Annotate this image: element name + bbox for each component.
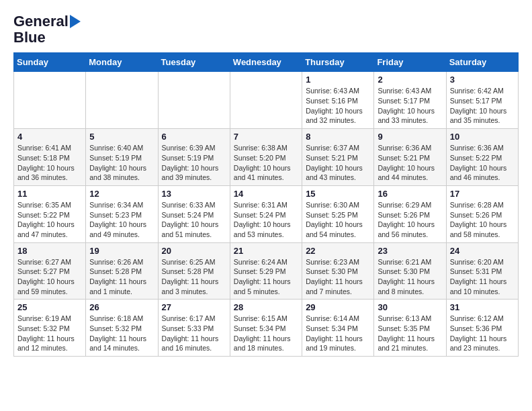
calendar-week-row: 25Sunrise: 6:19 AMSunset: 5:32 PMDayligh… <box>14 300 519 357</box>
day-number: 7 <box>234 132 298 142</box>
day-detail: Sunrise: 6:43 AMSunset: 5:16 PMDaylight:… <box>306 86 370 126</box>
day-header-thursday: Thursday <box>302 53 374 72</box>
day-number: 17 <box>450 189 515 199</box>
day-number: 28 <box>234 302 298 312</box>
day-detail: Sunrise: 6:36 AMSunset: 5:22 PMDaylight:… <box>450 143 515 183</box>
calendar-cell: 1Sunrise: 6:43 AMSunset: 5:16 PMDaylight… <box>302 72 374 129</box>
day-detail: Sunrise: 6:19 AMSunset: 5:32 PMDaylight:… <box>17 314 82 353</box>
calendar-cell: 9Sunrise: 6:36 AMSunset: 5:21 PMDaylight… <box>374 129 446 186</box>
logo-arrow-icon <box>70 15 81 28</box>
day-number: 11 <box>17 189 82 199</box>
calendar-cell: 24Sunrise: 6:20 AMSunset: 5:31 PMDayligh… <box>446 242 518 300</box>
calendar-cell: 17Sunrise: 6:28 AMSunset: 5:26 PMDayligh… <box>446 185 518 242</box>
logo-blue: Blue <box>13 30 46 46</box>
header: General Blue <box>13 13 519 46</box>
calendar-cell: 15Sunrise: 6:30 AMSunset: 5:25 PMDayligh… <box>302 185 374 242</box>
day-number: 27 <box>162 302 226 312</box>
day-number: 14 <box>234 189 298 199</box>
calendar-cell: 6Sunrise: 6:39 AMSunset: 5:19 PMDaylight… <box>158 129 230 186</box>
calendar-cell: 5Sunrise: 6:40 AMSunset: 5:19 PMDaylight… <box>86 129 158 186</box>
day-number: 3 <box>450 75 515 85</box>
calendar-week-row: 11Sunrise: 6:35 AMSunset: 5:22 PMDayligh… <box>14 185 519 242</box>
day-number: 6 <box>162 132 226 142</box>
day-number: 24 <box>450 246 515 256</box>
calendar-cell: 25Sunrise: 6:19 AMSunset: 5:32 PMDayligh… <box>14 300 86 357</box>
day-detail: Sunrise: 6:20 AMSunset: 5:31 PMDaylight:… <box>450 257 515 297</box>
day-detail: Sunrise: 6:43 AMSunset: 5:17 PMDaylight:… <box>378 86 442 126</box>
day-number: 25 <box>17 302 82 312</box>
day-number: 20 <box>162 246 226 256</box>
day-number: 21 <box>234 246 298 256</box>
day-detail: Sunrise: 6:38 AMSunset: 5:20 PMDaylight:… <box>234 143 298 183</box>
day-detail: Sunrise: 6:42 AMSunset: 5:17 PMDaylight:… <box>450 86 515 126</box>
day-header-sunday: Sunday <box>14 53 86 72</box>
day-detail: Sunrise: 6:17 AMSunset: 5:33 PMDaylight:… <box>162 314 226 353</box>
day-detail: Sunrise: 6:28 AMSunset: 5:26 PMDaylight:… <box>450 200 515 240</box>
calendar-cell: 2Sunrise: 6:43 AMSunset: 5:17 PMDaylight… <box>374 72 446 129</box>
calendar-cell: 30Sunrise: 6:13 AMSunset: 5:35 PMDayligh… <box>374 300 446 357</box>
day-detail: Sunrise: 6:13 AMSunset: 5:35 PMDaylight:… <box>378 314 442 353</box>
calendar-cell: 29Sunrise: 6:14 AMSunset: 5:34 PMDayligh… <box>302 300 374 357</box>
day-detail: Sunrise: 6:35 AMSunset: 5:22 PMDaylight:… <box>17 200 82 240</box>
day-number: 13 <box>162 189 226 199</box>
calendar-cell: 14Sunrise: 6:31 AMSunset: 5:24 PMDayligh… <box>230 185 302 242</box>
day-number: 26 <box>89 302 154 312</box>
day-number: 16 <box>378 189 442 199</box>
day-detail: Sunrise: 6:39 AMSunset: 5:19 PMDaylight:… <box>162 143 226 183</box>
day-number: 31 <box>450 302 515 312</box>
logo-general: General <box>13 13 69 30</box>
day-detail: Sunrise: 6:12 AMSunset: 5:36 PMDaylight:… <box>450 314 515 353</box>
calendar-table: SundayMondayTuesdayWednesdayThursdayFrid… <box>13 52 519 357</box>
calendar-cell: 3Sunrise: 6:42 AMSunset: 5:17 PMDaylight… <box>446 72 518 129</box>
logo: General Blue <box>13 13 81 46</box>
day-detail: Sunrise: 6:40 AMSunset: 5:19 PMDaylight:… <box>89 143 154 183</box>
calendar-cell: 20Sunrise: 6:25 AMSunset: 5:28 PMDayligh… <box>158 242 230 300</box>
day-detail: Sunrise: 6:25 AMSunset: 5:28 PMDaylight:… <box>162 257 226 297</box>
calendar-cell: 13Sunrise: 6:33 AMSunset: 5:24 PMDayligh… <box>158 185 230 242</box>
calendar-cell: 26Sunrise: 6:18 AMSunset: 5:32 PMDayligh… <box>86 300 158 357</box>
calendar-cell <box>86 72 158 129</box>
day-number: 12 <box>89 189 154 199</box>
day-number: 22 <box>306 246 370 256</box>
day-detail: Sunrise: 6:14 AMSunset: 5:34 PMDaylight:… <box>306 314 370 353</box>
day-number: 5 <box>89 132 154 142</box>
day-header-saturday: Saturday <box>446 53 518 72</box>
calendar-cell: 18Sunrise: 6:27 AMSunset: 5:27 PMDayligh… <box>14 242 86 300</box>
calendar-header-row: SundayMondayTuesdayWednesdayThursdayFrid… <box>14 53 519 72</box>
calendar-cell: 10Sunrise: 6:36 AMSunset: 5:22 PMDayligh… <box>446 129 518 186</box>
calendar-cell: 12Sunrise: 6:34 AMSunset: 5:23 PMDayligh… <box>86 185 158 242</box>
day-detail: Sunrise: 6:30 AMSunset: 5:25 PMDaylight:… <box>306 200 370 240</box>
day-detail: Sunrise: 6:33 AMSunset: 5:24 PMDaylight:… <box>162 200 226 240</box>
calendar-week-row: 18Sunrise: 6:27 AMSunset: 5:27 PMDayligh… <box>14 242 519 300</box>
day-number: 4 <box>17 132 82 142</box>
day-detail: Sunrise: 6:18 AMSunset: 5:32 PMDaylight:… <box>89 314 154 353</box>
day-number: 18 <box>17 246 82 256</box>
day-detail: Sunrise: 6:34 AMSunset: 5:23 PMDaylight:… <box>89 200 154 240</box>
calendar-cell: 7Sunrise: 6:38 AMSunset: 5:20 PMDaylight… <box>230 129 302 186</box>
day-detail: Sunrise: 6:37 AMSunset: 5:21 PMDaylight:… <box>306 143 370 183</box>
day-number: 9 <box>378 132 442 142</box>
day-header-friday: Friday <box>374 53 446 72</box>
calendar-cell <box>230 72 302 129</box>
day-number: 19 <box>89 246 154 256</box>
calendar-cell: 31Sunrise: 6:12 AMSunset: 5:36 PMDayligh… <box>446 300 518 357</box>
calendar-week-row: 1Sunrise: 6:43 AMSunset: 5:16 PMDaylight… <box>14 72 519 129</box>
calendar-cell <box>14 72 86 129</box>
day-number: 10 <box>450 132 515 142</box>
calendar-cell: 28Sunrise: 6:15 AMSunset: 5:34 PMDayligh… <box>230 300 302 357</box>
day-number: 8 <box>306 132 370 142</box>
calendar-week-row: 4Sunrise: 6:41 AMSunset: 5:18 PMDaylight… <box>14 129 519 186</box>
day-header-tuesday: Tuesday <box>158 53 230 72</box>
calendar-cell: 16Sunrise: 6:29 AMSunset: 5:26 PMDayligh… <box>374 185 446 242</box>
calendar-cell <box>158 72 230 129</box>
day-number: 30 <box>378 302 442 312</box>
day-detail: Sunrise: 6:21 AMSunset: 5:30 PMDaylight:… <box>378 257 442 297</box>
calendar-cell: 21Sunrise: 6:24 AMSunset: 5:29 PMDayligh… <box>230 242 302 300</box>
calendar-cell: 4Sunrise: 6:41 AMSunset: 5:18 PMDaylight… <box>14 129 86 186</box>
day-detail: Sunrise: 6:36 AMSunset: 5:21 PMDaylight:… <box>378 143 442 183</box>
calendar-cell: 19Sunrise: 6:26 AMSunset: 5:28 PMDayligh… <box>86 242 158 300</box>
calendar-cell: 27Sunrise: 6:17 AMSunset: 5:33 PMDayligh… <box>158 300 230 357</box>
day-number: 23 <box>378 246 442 256</box>
day-detail: Sunrise: 6:27 AMSunset: 5:27 PMDaylight:… <box>17 257 82 297</box>
day-detail: Sunrise: 6:41 AMSunset: 5:18 PMDaylight:… <box>17 143 82 183</box>
